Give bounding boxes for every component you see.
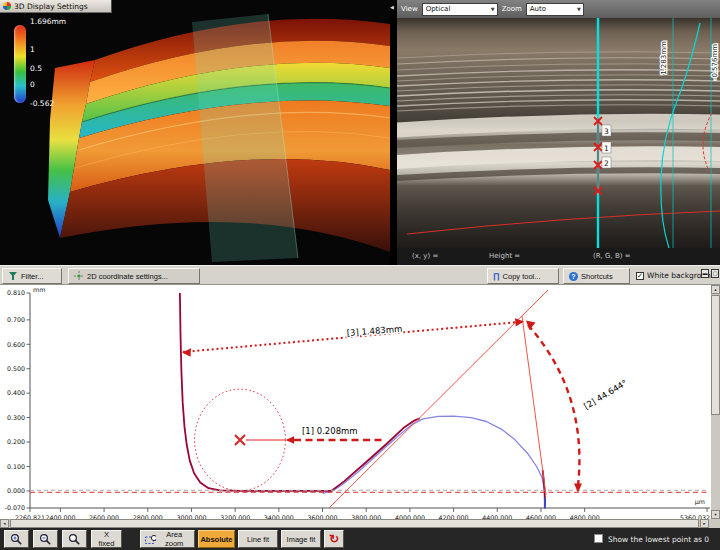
panel-3d-view: 1.696mm 1 0.5 0 -0.562 3D Display Settin… — [0, 0, 390, 265]
y-tick-label: 0.200 — [7, 438, 25, 445]
status-rgb: (R, G, B) = — [593, 252, 631, 260]
question-icon: ? — [569, 272, 578, 281]
panel-optical-view: ◀ View Optical▼ Zoom Auto▼ — [390, 0, 720, 265]
filter-button[interactable]: Filter... — [2, 268, 62, 284]
optical-status-bar: (x, y) = Height = (R, G, B) = — [397, 248, 720, 265]
3d-surface-render — [0, 0, 390, 265]
optical-toolbar: View Optical▼ Zoom Auto▼ — [397, 0, 720, 18]
y-tick-label: 0.810 — [7, 289, 25, 296]
minimize-button[interactable]: ▬ — [701, 269, 709, 278]
status-xy: (x, y) = — [412, 252, 438, 260]
zoom-out-icon — [39, 533, 52, 546]
colorbar-tick-05: 0.5 — [30, 64, 42, 73]
panel-collapse-strip[interactable]: ◀ — [390, 0, 397, 265]
measure-point-labels: 3 1 2 — [602, 125, 611, 168]
height-colorbar — [14, 25, 26, 103]
y-tick-label: 0.700 — [7, 316, 25, 323]
series-measured-profile — [180, 293, 420, 491]
y-tick-label: 0.500 — [7, 365, 25, 372]
y-tick-label: 0.000 — [7, 487, 25, 494]
y-tick-label: 0.400 — [7, 389, 25, 396]
colorbar-max-label: 1.696mm — [30, 17, 66, 26]
chevron-down-icon: ▼ — [491, 6, 495, 12]
profile-toolbar: Filter... 2D coordinate settings... ∏ Co… — [0, 265, 720, 285]
colorbar-min-label: -0.562 — [30, 99, 54, 108]
chart-vertical-scrollbar[interactable]: ▲ ▼ — [711, 285, 720, 519]
view-dropdown[interactable]: Optical▼ — [422, 3, 498, 16]
magnifier-icon — [68, 533, 81, 546]
collapse-left-icon[interactable]: ◀ — [390, 4, 394, 10]
annotation-distance: [3] 1.483mm — [182, 318, 524, 357]
coordinate-settings-button[interactable]: 2D coordinate settings... — [68, 268, 200, 284]
zoom-dropdown[interactable]: Auto▼ — [526, 3, 584, 16]
status-height: Height = — [489, 252, 520, 260]
lowest-point-label: Show the lowest point as 0 — [608, 535, 709, 544]
vscroll-thumb[interactable] — [711, 295, 720, 415]
chart-control-bar: X fixed Area zoom Absolute Line fit Imag… — [0, 528, 720, 550]
zoom-label: Zoom — [502, 5, 522, 13]
chart-annotations: [1] 0.208mm [3] 1.483mm [2] 44.644° — [30, 290, 707, 508]
refresh-button[interactable]: ↻ — [324, 530, 344, 548]
x-fixed-button[interactable]: X fixed — [91, 530, 122, 548]
scrollbar-corner — [711, 519, 720, 528]
scroll-right-icon[interactable]: ► — [700, 519, 709, 528]
zoom-out-button[interactable] — [33, 530, 58, 548]
filter-funnel-icon — [8, 271, 18, 281]
chart-dynamic-layer: 0.8100.7000.6000.5000.4000.3000.2000.100… — [5, 289, 710, 519]
scroll-up-icon[interactable]: ▲ — [711, 285, 720, 294]
maximize-button[interactable]: ▢ — [711, 269, 719, 278]
3d-display-settings-titlebar[interactable]: 3D Display Settings — [0, 0, 112, 13]
zoom-in-button[interactable] — [4, 530, 29, 548]
area-zoom-button[interactable]: Area zoom — [140, 530, 195, 548]
profile-chart[interactable]: mm µm 0.8100.7000.6000.5000.4000.3000.20… — [0, 285, 711, 519]
x-axis-unit: µm — [695, 498, 705, 506]
line-fit-button[interactable]: Line fit — [238, 530, 278, 548]
scroll-down-icon[interactable]: ▼ — [711, 510, 720, 519]
copy-tool-icon: ∏ — [493, 272, 500, 281]
y-axis-unit: mm — [33, 286, 45, 293]
white-background-checkbox[interactable]: ✓ — [636, 272, 644, 280]
optical-image[interactable]: 3 1 2 1.283mm -0.576mm — [397, 18, 720, 248]
annotation-2-label: [2] 44.644° — [582, 378, 629, 412]
3d-settings-title: 3D Display Settings — [14, 2, 88, 11]
svg-text:1: 1 — [604, 144, 609, 153]
height-value-left: 1.283mm — [660, 41, 668, 75]
3d-settings-icon — [3, 2, 11, 10]
chevron-down-icon: ▼ — [577, 6, 581, 12]
colorbar-tick-1: 1 — [30, 45, 35, 54]
lowest-point-checkbox[interactable] — [594, 534, 603, 543]
annotation-angle: [2] 44.644° — [526, 321, 629, 493]
coordinate-axes-icon — [74, 271, 84, 281]
line-fit-diagonal — [329, 290, 548, 508]
colorbar-tick-0: 0 — [30, 80, 35, 89]
chart-horizontal-scrollbar[interactable]: ◄ ► — [0, 519, 711, 528]
area-zoom-icon — [145, 534, 156, 545]
y-tick-label: 0.600 — [7, 341, 25, 348]
scroll-left-icon[interactable]: ◄ — [0, 519, 9, 528]
svg-text:3: 3 — [604, 127, 609, 136]
height-value-right: -0.576mm — [711, 44, 719, 80]
hscroll-thumb[interactable] — [10, 519, 699, 528]
absolute-button[interactable]: Absolute — [198, 530, 235, 548]
zoom-reset-button[interactable] — [62, 530, 87, 548]
view-label: View — [401, 5, 418, 13]
refresh-icon: ↻ — [329, 532, 339, 546]
copy-tool-button[interactable]: ∏ Copy tool... — [487, 268, 559, 284]
annotation-1-label: [1] 0.208mm — [302, 426, 358, 436]
y-tick-label: -0.070 — [5, 504, 25, 511]
app-window: 1.696mm 1 0.5 0 -0.562 3D Display Settin… — [0, 0, 720, 550]
y-tick-label: 0.300 — [7, 414, 25, 421]
svg-text:2: 2 — [604, 159, 609, 168]
zoom-in-icon — [10, 533, 23, 546]
y-tick-label: 0.100 — [7, 463, 25, 470]
image-fit-button[interactable]: Image fit — [281, 530, 321, 548]
shortcuts-button[interactable]: ? Shortcuts — [563, 268, 630, 284]
